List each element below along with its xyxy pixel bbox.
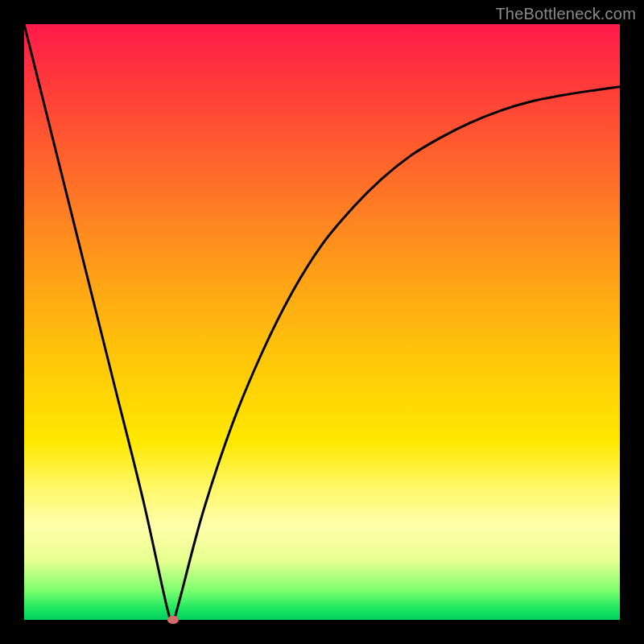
chart-frame: TheBottleneck.com bbox=[0, 0, 644, 644]
minimum-marker bbox=[167, 616, 179, 624]
bottleneck-curve bbox=[24, 24, 620, 620]
watermark-text: TheBottleneck.com bbox=[495, 5, 636, 23]
plot-area bbox=[24, 24, 620, 620]
